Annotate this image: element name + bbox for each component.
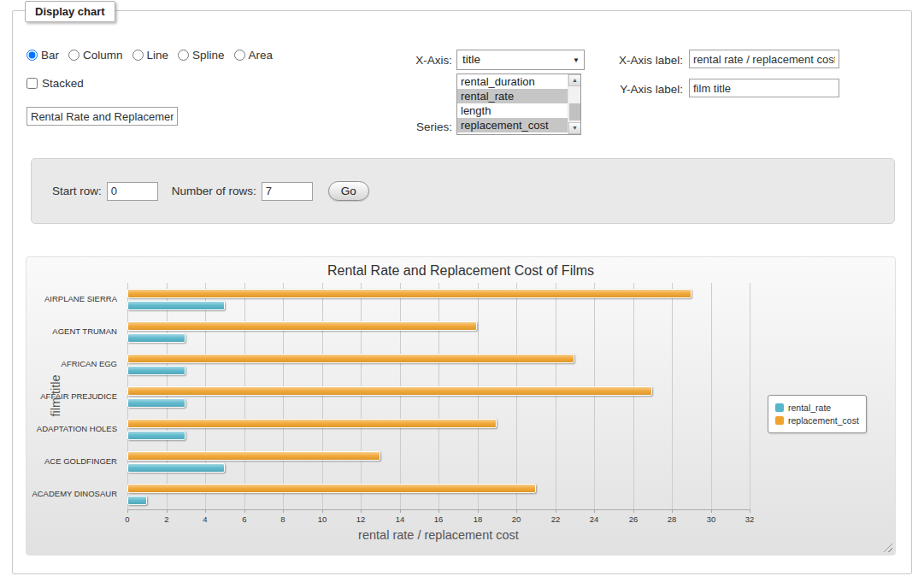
radio-column[interactable] <box>68 50 79 61</box>
x-tick-label: 0 <box>125 514 129 524</box>
bar-rental-rate <box>127 366 185 375</box>
go-button[interactable]: Go <box>328 181 369 201</box>
series-listbox[interactable]: rental_durationrental_ratelengthreplacem… <box>456 73 581 135</box>
number-of-rows-input[interactable] <box>262 182 313 201</box>
series-option-length[interactable]: length <box>457 103 568 118</box>
legend-label-rental-rate: rental_rate <box>788 403 831 413</box>
axis-tick <box>478 509 479 513</box>
stacked-option[interactable]: Stacked <box>26 77 84 90</box>
x-tick-label: 8 <box>280 514 285 524</box>
y-axis-label-label: Y-Axis label: <box>606 83 683 96</box>
x-tick-label: 18 <box>474 514 483 524</box>
bar-rental-rate <box>127 431 185 440</box>
grid-line <box>633 283 634 509</box>
x-axis-selected-value: title <box>462 53 480 66</box>
bar-replacement-cost <box>127 451 380 461</box>
category-label: ACADEMY DINOSAUR <box>26 489 117 498</box>
axis-tick <box>556 509 556 513</box>
radio-spline[interactable] <box>178 50 189 61</box>
grid-line <box>478 283 479 509</box>
x-axis-tick-labels: 02468101214161820222426283032 <box>127 514 750 525</box>
chart-type-option-spline[interactable]: Spline <box>178 49 225 62</box>
series-option-replacement-cost[interactable]: replacement_cost <box>457 118 568 132</box>
grid-line <box>750 283 750 509</box>
legend-swatch-rental-rate <box>775 403 784 412</box>
bar-replacement-cost <box>127 354 574 363</box>
axis-tick <box>361 509 362 513</box>
grid-line <box>322 283 323 509</box>
x-tick-label: 30 <box>707 514 716 524</box>
grid-line <box>400 283 401 509</box>
stacked-checkbox[interactable] <box>26 78 38 89</box>
x-axis-select[interactable]: title ▼ <box>456 50 585 70</box>
legend-item-replacement-cost[interactable]: replacement_cost <box>775 415 859 426</box>
axis-tick <box>672 509 673 513</box>
grid-line <box>516 283 517 509</box>
dropdown-arrow-icon: ▼ <box>573 50 580 70</box>
row-controls-panel: Start row: Number of rows: Go <box>31 158 895 224</box>
listbox-scrollbar[interactable]: ▲ ▼ <box>568 74 580 134</box>
bar-replacement-cost <box>127 289 692 298</box>
chart-type-option-line[interactable]: Line <box>132 49 169 62</box>
x-tick-label: 2 <box>164 514 168 524</box>
x-tick-label: 32 <box>745 514 755 524</box>
axis-tick <box>750 509 750 513</box>
start-row-label: Start row: <box>52 185 102 197</box>
x-tick-label: 12 <box>356 514 366 524</box>
chart-title-input[interactable] <box>26 107 178 126</box>
y-axis-category-labels: AIRPLANE SIERRAAGENT TRUMANAFRICAN EGGAF… <box>26 283 122 510</box>
bar-rental-rate <box>127 301 225 310</box>
scrollbar-thumb[interactable] <box>569 103 580 121</box>
category-label: ADAPTATION HOLES <box>26 424 117 433</box>
chart-type-option-bar[interactable]: Bar <box>26 49 59 62</box>
category-label: ACE GOLDFINGER <box>26 456 117 466</box>
bar-replacement-cost <box>127 386 652 396</box>
x-axis-label-label: X-Axis label: <box>606 54 683 67</box>
radio-label-area: Area <box>249 49 274 62</box>
chart-type-option-area[interactable]: Area <box>234 49 274 62</box>
grid-line <box>283 283 284 509</box>
x-axis-select-label: X-Axis: <box>380 54 452 67</box>
bar-replacement-cost <box>127 321 477 331</box>
chart-title: Rental Rate and Replacement Cost of Film… <box>26 263 895 279</box>
x-tick-label: 24 <box>590 514 599 524</box>
axis-tick <box>322 509 323 513</box>
axis-tick <box>283 509 284 513</box>
series-option-rental-duration[interactable]: rental_duration <box>457 74 568 89</box>
axis-tick <box>516 509 517 513</box>
axis-tick <box>711 509 712 513</box>
category-label: AFRICAN EGG <box>26 359 117 368</box>
scrollbar-up-icon[interactable]: ▲ <box>568 74 581 86</box>
resize-handle-icon[interactable] <box>883 543 892 552</box>
panel-title: Display chart <box>25 1 115 22</box>
start-row-input[interactable] <box>107 182 158 201</box>
axis-tick <box>205 509 206 513</box>
chart-type-radio-group: BarColumnLineSplineArea <box>26 49 273 62</box>
x-axis-title: rental rate / replacement cost <box>127 528 750 542</box>
radio-line[interactable] <box>132 50 144 61</box>
category-label: AIRPLANE SIERRA <box>26 294 117 303</box>
x-tick-label: 16 <box>434 514 444 524</box>
chart-type-option-column[interactable]: Column <box>68 49 123 62</box>
bar-replacement-cost <box>127 419 497 428</box>
legend-item-rental-rate[interactable]: rental_rate <box>775 403 859 413</box>
series-option-rental-rate[interactable]: rental_rate <box>457 89 568 103</box>
x-tick-label: 14 <box>396 514 405 524</box>
radio-label-line: Line <box>147 49 169 62</box>
grid-line <box>361 283 362 509</box>
x-axis-label-input[interactable] <box>689 50 839 68</box>
chart-container: Rental Rate and Replacement Cost of Film… <box>26 256 896 556</box>
radio-bar[interactable] <box>26 50 38 61</box>
series-list-label: Series: <box>380 121 452 133</box>
radio-area[interactable] <box>234 50 245 61</box>
y-axis-label-input[interactable] <box>689 79 839 97</box>
bar-rental-rate <box>127 398 185 408</box>
grid-line <box>711 283 712 509</box>
series-options: rental_durationrental_ratelengthreplacem… <box>457 74 580 132</box>
y-axis-title: film title <box>49 327 62 464</box>
legend-swatch-replacement-cost <box>775 416 784 425</box>
grid-line <box>205 283 206 509</box>
category-label: AFFAIR PREJUDICE <box>26 391 117 401</box>
scrollbar-down-icon[interactable]: ▼ <box>568 122 581 134</box>
grid-line <box>594 283 595 509</box>
